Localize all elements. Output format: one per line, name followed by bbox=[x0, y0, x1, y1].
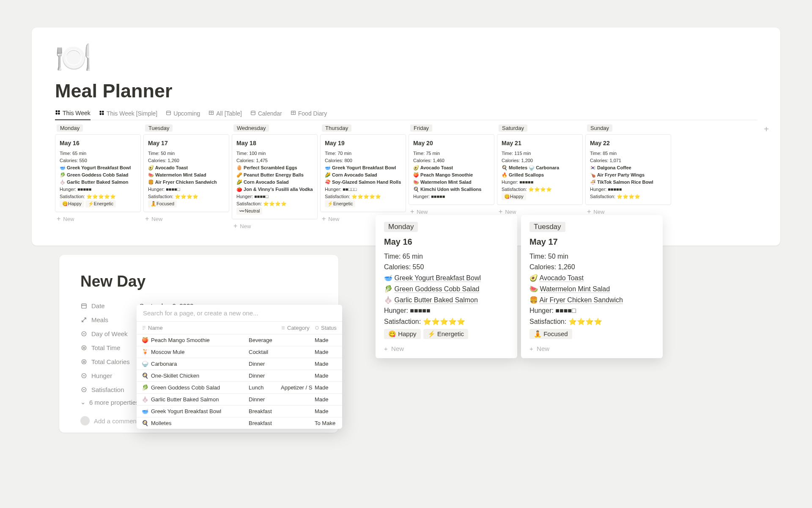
satisfaction-line: Satisfaction: ⭐⭐⭐⭐ bbox=[148, 193, 225, 200]
col-status-label: Status bbox=[321, 325, 337, 331]
result-name: Garlic Butter Baked Salmon bbox=[151, 396, 219, 403]
svg-rect-1 bbox=[58, 110, 60, 112]
search-result-row[interactable]: 🍳MolletesBreakfastTo Make bbox=[137, 417, 342, 429]
day-card[interactable]: May 17Time: 50 minCalories: 1,260🥑 Avoca… bbox=[143, 134, 229, 212]
hunger-line: Hunger: ■■■■□ bbox=[529, 307, 654, 315]
result-category: Dinner bbox=[249, 396, 281, 403]
mood-tag: 🧘 Focused bbox=[529, 329, 572, 339]
column-header: Thursday bbox=[320, 120, 409, 134]
result-emoji: 🍳 bbox=[142, 420, 148, 426]
new-card-button[interactable]: +New bbox=[232, 219, 320, 233]
hunger-line: Hunger: ■■■■■ bbox=[413, 193, 490, 200]
meal-item: 🥑 Avocado Toast bbox=[148, 164, 225, 171]
tab-calendar[interactable]: Calendar bbox=[250, 110, 282, 120]
calories-line: Calories: 1,260 bbox=[148, 157, 225, 164]
hunger-line: Hunger: ■■■■□ bbox=[236, 193, 313, 200]
search-result-row[interactable]: 🥣Greek Yogurt Breakfast BowlBreakfastMad… bbox=[137, 405, 342, 417]
comment-placeholder: Add a comment... bbox=[94, 417, 144, 425]
day-card[interactable]: May 16Time: 65 minCalories: 550🥣 Greek Y… bbox=[55, 134, 141, 212]
tab-this-week[interactable]: This Week bbox=[55, 110, 91, 120]
svg-point-20 bbox=[315, 326, 318, 329]
result-name: Peach Mango Smoothie bbox=[151, 337, 210, 343]
tab-this-week-simple-[interactable]: This Week [Simple] bbox=[99, 110, 157, 120]
rollup-icon bbox=[80, 359, 87, 365]
svg-rect-10 bbox=[251, 111, 255, 115]
tab-label: This Week [Simple] bbox=[107, 110, 157, 117]
meal-item: 🍳 Molletes 🍚 Carbonara bbox=[502, 164, 578, 171]
tag-row: 😋Happy⚡Energetic bbox=[60, 200, 136, 207]
meal-item: 🔥 Grilled Scallops bbox=[502, 171, 578, 179]
board-column: WednesdayMay 18Time: 100 minCalories: 1,… bbox=[232, 120, 320, 233]
calories-line: Calories: 1,475 bbox=[236, 157, 313, 164]
satisfaction-line: Satisfaction: ⭐⭐⭐⭐⭐ bbox=[60, 193, 136, 200]
calendar-icon bbox=[80, 303, 87, 309]
meal-item: 🍔 Air Fryer Chicken Sandwich bbox=[529, 296, 654, 304]
day-card-tuesday-large[interactable]: TuesdayMay 17Time: 50 minCalories: 1,260… bbox=[521, 215, 663, 358]
tab-upcoming[interactable]: Upcoming bbox=[166, 110, 200, 120]
day-card[interactable]: May 20Time: 75 minCalories: 1,460🥑 Avoca… bbox=[409, 134, 494, 205]
add-column-button[interactable]: + bbox=[764, 124, 769, 134]
property-label: Date bbox=[91, 302, 140, 309]
meal-item: 🧄 Garlic Butter Baked Salmon bbox=[384, 296, 509, 304]
plus-icon: + bbox=[529, 345, 533, 352]
calories-line: Calories: 1,200 bbox=[502, 157, 578, 164]
search-input[interactable] bbox=[137, 305, 342, 321]
search-result-row[interactable]: 🍹Moscow MuleCocktailMade bbox=[137, 346, 342, 358]
result-status: Made bbox=[315, 373, 342, 379]
page-icon: 🍽️ bbox=[55, 40, 757, 75]
day-card[interactable]: May 22Time: 85 minCalories: 1,071🇰🇷 Dalg… bbox=[585, 134, 671, 205]
tab-food-diary[interactable]: Food Diary bbox=[291, 110, 327, 120]
day-card[interactable]: May 19Time: 70 minCalories: 800🥣 Greek Y… bbox=[320, 134, 406, 212]
svg-rect-0 bbox=[56, 110, 58, 112]
column-header: Saturday bbox=[497, 120, 585, 134]
card-date: May 22 bbox=[590, 139, 667, 148]
col-name-label: Name bbox=[148, 325, 163, 331]
result-emoji: 🥣 bbox=[142, 408, 148, 414]
meal-item: 🥑 Avocado Toast bbox=[413, 164, 490, 171]
search-result-row[interactable]: 🍑Peach Mango SmoothieBeverageMade bbox=[137, 334, 342, 346]
day-chip: Tuesday bbox=[529, 222, 565, 232]
calories-line: Calories: 550 bbox=[384, 263, 509, 271]
result-category: Beverage bbox=[249, 337, 281, 343]
day-card[interactable]: May 21Time: 115 minCalories: 1,200🍳 Moll… bbox=[497, 134, 583, 205]
result-name: Greek Yogurt Breakfast Bowl bbox=[151, 408, 221, 414]
day-chip: Tuesday bbox=[145, 124, 173, 132]
search-result-row[interactable]: 🍳One-Skillet ChickenDinnerMade bbox=[137, 370, 342, 381]
svg-rect-6 bbox=[100, 113, 102, 115]
plus-icon: + bbox=[322, 215, 326, 222]
new-card-button[interactable]: +New bbox=[55, 212, 143, 226]
day-chip: Friday bbox=[410, 124, 432, 132]
tab-label: Upcoming bbox=[173, 110, 200, 117]
new-card-button[interactable]: + New bbox=[384, 345, 509, 352]
mood-tag: 😋Happy bbox=[502, 193, 526, 200]
result-name: Molletes bbox=[151, 420, 171, 426]
rollup-icon bbox=[80, 345, 87, 351]
result-status: Made bbox=[315, 349, 342, 355]
result-emoji: 🍳 bbox=[142, 373, 148, 379]
tab-all-table-[interactable]: All [Table] bbox=[208, 110, 242, 120]
result-emoji: 🍚 bbox=[142, 361, 148, 367]
select-icon bbox=[80, 331, 87, 337]
mood-tag: ⚡ Energetic bbox=[423, 329, 469, 339]
search-result-row[interactable]: 🥬Green Goddess Cobb SaladLunchAppetizer … bbox=[137, 381, 342, 393]
result-emoji: 🧄 bbox=[142, 396, 148, 403]
new-card-button[interactable]: + New bbox=[529, 345, 654, 352]
svg-point-15 bbox=[83, 347, 85, 349]
day-card[interactable]: May 18Time: 100 minCalories: 1,475🥚 Perf… bbox=[232, 134, 318, 219]
board-icon bbox=[99, 110, 104, 117]
search-result-row[interactable]: 🍚CarbonaraDinnerMade bbox=[137, 358, 342, 370]
satisfaction-line: Satisfaction: ⭐⭐⭐⭐ bbox=[529, 318, 654, 326]
svg-point-14 bbox=[82, 345, 86, 350]
calories-line: Calories: 1,460 bbox=[413, 157, 490, 164]
chevron-down-icon: ⌄ bbox=[80, 398, 86, 406]
new-card-button[interactable]: +New bbox=[143, 212, 232, 226]
day-card-monday-large[interactable]: MondayMay 16Time: 65 minCalories: 550🥣 G… bbox=[376, 215, 517, 358]
card-date: May 16 bbox=[60, 139, 136, 148]
search-result-row[interactable]: 🧄Garlic Butter Baked SalmonDinnerMade bbox=[137, 393, 342, 405]
mood-tag: 🧘Focused bbox=[148, 200, 177, 207]
meal-item: 🍳 Kimchi Udon with Scallions bbox=[413, 186, 490, 193]
hunger-line: Hunger: ■■■■■ bbox=[590, 186, 667, 193]
day-chip: Monday bbox=[384, 222, 418, 232]
result-name: One-Skillet Chicken bbox=[151, 373, 199, 379]
tag-row: 🧘 Focused bbox=[529, 329, 654, 339]
